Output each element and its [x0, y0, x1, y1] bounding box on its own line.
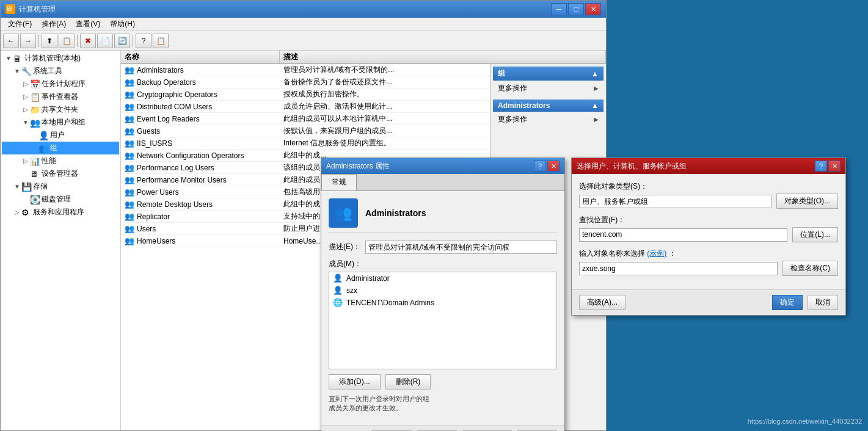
toolbar-separator-3 — [133, 35, 133, 47]
delete-button[interactable]: ✖ — [80, 34, 96, 48]
maximize-button[interactable]: □ — [568, 3, 584, 15]
list-header: 名称 描述 — [121, 51, 606, 64]
sidebar-item-users-label: 用户 — [50, 130, 65, 140]
member-actions: 添加(D)... 删除(R) — [329, 374, 557, 389]
sidebar-item-groups-label: 组 — [50, 143, 57, 153]
check-names-btn[interactable]: 检查名称(C) — [782, 261, 838, 276]
sidebar: ▼ 🖥 计算机管理(本地) ▼ 🔧 系统工具 ▷ 📅 任务计划程序 ▷ 📋 事件… — [1, 51, 121, 430]
group-desc: 授权成员执行加密操作。 — [280, 89, 490, 100]
window-controls: ─ □ ✕ — [551, 3, 601, 15]
up-button[interactable]: ⬆ — [42, 34, 57, 48]
watermark: https://blog.csdn.net/weixin_44032232 — [748, 418, 862, 425]
ops-more-actions-2[interactable]: 更多操作 ▶ — [493, 113, 604, 126]
table-row[interactable]: 👥 Event Log Readers 此组的成员可以从本地计算机中... — [121, 113, 490, 125]
sidebar-item-local-users-groups-label: 本地用户和组 — [42, 117, 86, 128]
add-member-btn[interactable]: 添加(D)... — [329, 374, 381, 389]
dialog-admin-title-bar: Administrators 属性 ? ✕ — [321, 158, 564, 174]
su-cancel-btn[interactable]: 取消 — [808, 295, 838, 310]
toggle-disk — [21, 196, 30, 203]
close-button[interactable]: ✕ — [585, 3, 601, 15]
sidebar-item-system-tools[interactable]: ▼ 🔧 系统工具 — [2, 65, 119, 78]
ops-section-group[interactable]: 组 ▲ — [493, 67, 604, 81]
select-user-close-btn[interactable]: ✕ — [828, 161, 841, 172]
sidebar-item-users[interactable]: 👤 用户 — [2, 129, 119, 142]
group-row-icon: 👥 — [125, 90, 134, 100]
group-row-icon: 👥 — [125, 102, 134, 112]
sidebar-item-shared-folders-label: 共享文件夹 — [42, 104, 78, 115]
col-header-name[interactable]: 名称 — [121, 51, 280, 63]
refresh-button[interactable]: 🔄 — [114, 34, 130, 48]
group-row-icon: 👥 — [125, 187, 134, 197]
properties-button[interactable]: 📄 — [97, 34, 113, 48]
remove-member-btn[interactable]: 删除(R) — [385, 374, 431, 389]
member-item[interactable]: 👤Administrator — [329, 272, 556, 284]
root-icon: 🖥 — [13, 54, 23, 63]
ops-arrow-2: ▶ — [594, 116, 599, 123]
desc-input[interactable] — [365, 241, 557, 254]
table-row[interactable]: 👥 Administrators 管理员对计算机/域有不受限制的... — [121, 64, 490, 76]
forward-button[interactable]: → — [20, 34, 36, 48]
sidebar-item-device-manager[interactable]: 🖥 设备管理器 — [2, 167, 119, 180]
table-row[interactable]: 👥 Cryptographic Operators 授权成员执行加密操作。 — [121, 89, 490, 101]
sidebar-item-event-viewer[interactable]: ▷ 📋 事件查看器 — [2, 90, 119, 103]
table-row[interactable]: 👥 Guests 按默认值，来宾跟用户组的成员... — [121, 125, 490, 137]
sidebar-item-services-label: 服务和应用程序 — [33, 207, 84, 217]
shared-icon: 📁 — [30, 105, 40, 115]
dialog-admin-help-btn[interactable]: ? — [534, 161, 546, 172]
group-name: Administrators — [137, 66, 184, 74]
desc-field-row: 描述(E)： — [329, 241, 557, 254]
hint-link[interactable]: (示例) — [647, 249, 666, 258]
input-name-label: 输入对象名称来选择 (示例) ： — [579, 248, 838, 259]
ops-more-actions-1[interactable]: 更多操作 ▶ — [493, 82, 604, 95]
sidebar-item-services[interactable]: ▷ ⚙ 服务和应用程序 — [2, 206, 119, 219]
tab-general[interactable]: 常规 — [321, 174, 357, 190]
perf-icon: 📊 — [30, 156, 40, 166]
location-btn[interactable]: 位置(L)... — [792, 227, 838, 242]
toggle-local: ▼ — [21, 119, 30, 126]
select-user-body: 选择此对象类型(S)： 用户、服务帐户或组 对象类型(O)... 查找位置(F)… — [572, 174, 845, 289]
admin-header: 👥 Administrators — [329, 198, 557, 233]
group-row-icon: 👥 — [125, 139, 134, 148]
sidebar-item-system-tools-label: 系统工具 — [33, 66, 62, 76]
advanced-btn[interactable]: 高级(A)... — [579, 295, 625, 310]
location-inline: tencent.com 位置(L)... — [579, 227, 838, 242]
minimize-button[interactable]: ─ — [551, 3, 567, 15]
sidebar-item-task-scheduler[interactable]: ▷ 📅 任务计划程序 — [2, 78, 119, 90]
table-row[interactable]: 👥 IIS_IUSRS Internet 信息服务使用的内置组。 — [121, 137, 490, 150]
group-desc: 此组的成员可以从本地计算机中... — [280, 114, 490, 124]
ops-section-admin[interactable]: Administrators ▲ — [493, 100, 604, 112]
table-row[interactable]: 👥 Distributed COM Users 成员允许启动、激活和使用此计..… — [121, 101, 490, 113]
sidebar-item-performance[interactable]: ▷ 📊 性能 — [2, 154, 119, 167]
toggle-system: ▼ — [13, 68, 21, 74]
members-label: 成员(M)： — [329, 259, 557, 269]
table-row[interactable]: 👥 Backup Operators 备份操作员为了备份或还原文件... — [121, 76, 490, 89]
sidebar-item-disk-mgmt[interactable]: 💽 磁盘管理 — [2, 193, 119, 206]
show-hide-button[interactable]: 📋 — [59, 34, 75, 48]
menu-view[interactable]: 查看(V) — [71, 18, 105, 31]
dialog-admin-close-btn[interactable]: ✕ — [547, 161, 560, 172]
sidebar-item-groups[interactable]: 👥 组 — [2, 142, 119, 154]
help-button[interactable]: ? — [136, 34, 151, 48]
member-item[interactable]: 🌐TENCENT\Domain Admins — [329, 297, 556, 309]
member-item[interactable]: 👤szx — [329, 284, 556, 297]
object-name-input[interactable] — [579, 262, 778, 275]
window-icon: 🖥 — [5, 4, 15, 14]
menu-help[interactable]: 帮助(H) — [105, 18, 140, 31]
sidebar-item-shared-folders[interactable]: ▷ 📁 共享文件夹 — [2, 103, 119, 116]
users-icon: 👤 — [38, 131, 48, 140]
group-name: Backup Operators — [137, 78, 196, 87]
sidebar-item-local-users-groups[interactable]: ▼ 👥 本地用户和组 — [2, 116, 119, 129]
menu-action[interactable]: 操作(A) — [37, 18, 71, 31]
menu-file[interactable]: 文件(F) — [3, 18, 37, 31]
object-type-btn[interactable]: 对象类型(O)... — [776, 194, 838, 209]
back-button[interactable]: ← — [3, 34, 19, 48]
col-header-desc[interactable]: 描述 — [280, 51, 606, 63]
sidebar-item-root[interactable]: ▼ 🖥 计算机管理(本地) — [2, 52, 119, 65]
su-ok-btn[interactable]: 确定 — [772, 295, 803, 310]
dialog-admin-footer: 确定 取消 应用(A) 帮助 — [321, 425, 564, 431]
sidebar-item-storage[interactable]: ▼ 💾 存储 — [2, 180, 119, 193]
toggle-perf: ▷ — [21, 158, 30, 164]
select-user-help-btn[interactable]: ? — [815, 161, 827, 172]
group-name: Replicator — [137, 212, 170, 221]
export-button[interactable]: 📋 — [153, 34, 169, 48]
